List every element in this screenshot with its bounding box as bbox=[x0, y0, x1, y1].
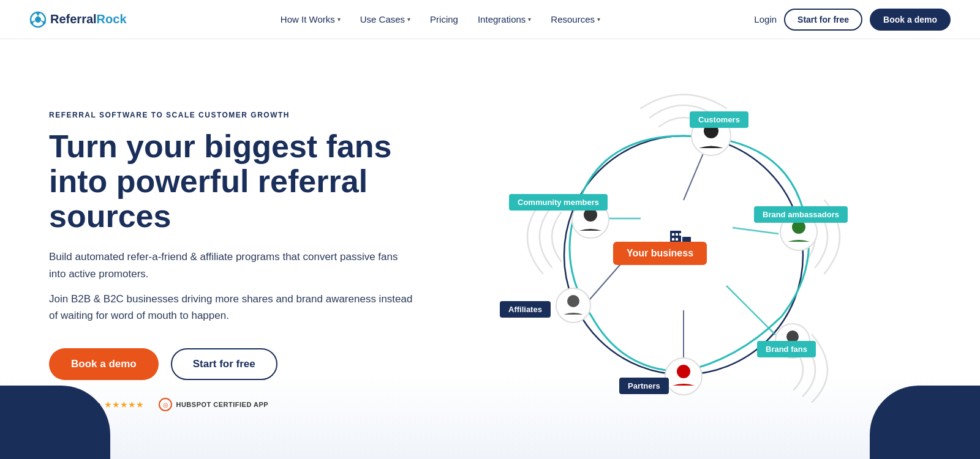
diagram-container: Customers Community members Brand ambass… bbox=[500, 78, 867, 420]
book-demo-button[interactable]: Book a demo bbox=[870, 9, 951, 31]
brand-amb-label: Brand ambassadors bbox=[754, 206, 848, 223]
logo[interactable]: ReferralRock bbox=[29, 11, 127, 28]
logo-icon bbox=[29, 11, 47, 28]
start-free-button[interactable]: Start for free bbox=[784, 9, 862, 31]
chevron-down-icon: ▾ bbox=[528, 16, 531, 23]
brand-fans-label: Brand fans bbox=[757, 341, 816, 357]
svg-line-6 bbox=[41, 20, 43, 21]
chevron-down-icon: ▾ bbox=[407, 16, 410, 23]
hero-start-free-button[interactable]: Start for free bbox=[171, 348, 277, 380]
svg-rect-18 bbox=[676, 233, 678, 236]
login-button[interactable]: Login bbox=[754, 14, 777, 24]
partners-label: Partners bbox=[619, 378, 669, 394]
hubspot-label: HUBSPOT CERTIFIED APP bbox=[176, 401, 268, 408]
chevron-down-icon: ▾ bbox=[597, 16, 600, 23]
nav-resources[interactable]: Resources ▾ bbox=[551, 14, 600, 24]
customers-label: Customers bbox=[690, 111, 748, 128]
svg-point-4 bbox=[31, 21, 34, 24]
hero-desc2: Join B2B & B2C businesses driving more s… bbox=[49, 291, 417, 324]
svg-point-30 bbox=[567, 295, 579, 307]
hubspot-icon: ◎ bbox=[159, 398, 172, 411]
hero-section: REFERRAL SOFTWARE TO SCALE CUSTOMER GROW… bbox=[0, 39, 980, 459]
hubspot-badge: ◎ HUBSPOT CERTIFIED APP bbox=[159, 398, 268, 411]
svg-point-2 bbox=[37, 12, 40, 15]
svg-line-11 bbox=[733, 228, 778, 234]
community-label: Community members bbox=[509, 194, 608, 211]
nav-how-it-works[interactable]: How It Works ▾ bbox=[281, 14, 341, 24]
hero-title: Turn your biggest fans into powerful ref… bbox=[49, 129, 417, 234]
logo-referral-text: Referral bbox=[50, 12, 97, 26]
svg-rect-17 bbox=[672, 233, 674, 236]
nav-integrations[interactable]: Integrations ▾ bbox=[478, 14, 531, 24]
svg-rect-20 bbox=[672, 238, 674, 241]
hero-content: REFERRAL SOFTWARE TO SCALE CUSTOMER GROW… bbox=[49, 111, 417, 412]
hero-diagram: Customers Community members Brand ambass… bbox=[417, 78, 951, 445]
hero-desc1: Build automated refer-a-friend & affilia… bbox=[49, 248, 417, 282]
hero-tagline: REFERRAL SOFTWARE TO SCALE CUSTOMER GROW… bbox=[49, 111, 417, 119]
svg-rect-19 bbox=[679, 233, 682, 236]
svg-point-3 bbox=[43, 21, 46, 24]
svg-point-34 bbox=[677, 365, 690, 378]
hero-buttons: Book a demo Start for free bbox=[49, 348, 417, 380]
nav-actions: Login Start for free Book a demo bbox=[754, 9, 951, 31]
svg-rect-21 bbox=[676, 238, 678, 241]
navbar: ReferralRock How It Works ▾ Use Cases ▾ … bbox=[0, 0, 980, 39]
svg-point-1 bbox=[35, 17, 41, 23]
trust-badges: 🏁 Capterra ★★★★★ ◎ HUBSPOT CERTIFIED APP bbox=[49, 397, 417, 412]
nav-use-cases[interactable]: Use Cases ▾ bbox=[360, 14, 410, 24]
logo-rock-text: Rock bbox=[97, 12, 127, 26]
hero-book-demo-button[interactable]: Book a demo bbox=[49, 348, 159, 380]
nav-pricing[interactable]: Pricing bbox=[430, 14, 458, 24]
svg-line-13 bbox=[726, 286, 775, 335]
nav-links: How It Works ▾ Use Cases ▾ Pricing Integ… bbox=[281, 14, 600, 24]
star-rating: ★★★★★ bbox=[104, 400, 144, 409]
affiliates-label: Affiliates bbox=[500, 301, 551, 318]
chevron-down-icon: ▾ bbox=[337, 16, 341, 23]
svg-line-7 bbox=[33, 20, 35, 21]
your-business-label: Your business bbox=[613, 242, 707, 265]
